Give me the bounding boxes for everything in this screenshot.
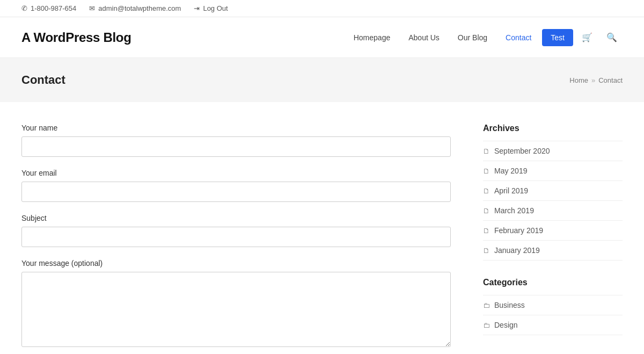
name-field-group: Your name bbox=[21, 124, 451, 157]
nav-about-us[interactable]: About Us bbox=[401, 29, 447, 46]
list-item[interactable]: 🗋 January 2019 bbox=[483, 240, 623, 261]
categories-list: 🗀 Business 🗀 Design bbox=[483, 295, 623, 335]
logout-label[interactable]: Log Out bbox=[203, 4, 228, 12]
list-item[interactable]: 🗋 April 2019 bbox=[483, 180, 623, 200]
file-icon: 🗋 bbox=[483, 187, 490, 195]
email-address: admin@totalwptheme.com bbox=[98, 4, 181, 12]
file-icon: 🗋 bbox=[483, 207, 490, 215]
subject-input[interactable] bbox=[21, 227, 451, 247]
archives-section: Archives 🗋 September 2020 🗋 May 2019 🗋 A… bbox=[483, 124, 623, 261]
archive-item-label: March 2019 bbox=[494, 206, 534, 215]
breadcrumb-separator: » bbox=[591, 76, 595, 84]
message-field-group: Your message (optional) bbox=[21, 259, 451, 349]
phone-number: 1-800-987-654 bbox=[31, 4, 76, 12]
search-icon[interactable]: 🔍 bbox=[601, 28, 623, 47]
archive-item-label: January 2019 bbox=[494, 246, 540, 255]
folder-icon: 🗀 bbox=[483, 321, 490, 329]
folder-icon: 🗀 bbox=[483, 301, 490, 309]
email-item: ✉ admin@totalwptheme.com bbox=[89, 4, 181, 12]
file-icon: 🗋 bbox=[483, 227, 490, 235]
phone-item: ✆ 1-800-987-654 bbox=[21, 4, 76, 12]
list-item[interactable]: 🗋 September 2020 bbox=[483, 141, 623, 161]
logout-icon: ⇥ bbox=[194, 4, 200, 12]
email-icon: ✉ bbox=[89, 4, 95, 12]
category-item-label: Business bbox=[494, 301, 525, 309]
archives-heading: Archives bbox=[483, 124, 623, 133]
main-nav: Homepage About Us Our Blog Contact Test … bbox=[346, 28, 623, 47]
breadcrumb: Home » Contact bbox=[569, 76, 623, 84]
logout-item[interactable]: ⇥ Log Out bbox=[194, 4, 228, 12]
message-label: Your message (optional) bbox=[21, 259, 451, 268]
sidebar: Archives 🗋 September 2020 🗋 May 2019 🗋 A… bbox=[483, 124, 623, 354]
contact-form: Your name Your email Subject Your messag… bbox=[21, 124, 451, 354]
file-icon: 🗋 bbox=[483, 247, 490, 255]
file-icon: 🗋 bbox=[483, 147, 490, 155]
archive-item-label: May 2019 bbox=[494, 167, 527, 175]
message-textarea[interactable] bbox=[21, 272, 451, 347]
archive-item-label: September 2020 bbox=[494, 147, 550, 155]
list-item[interactable]: 🗋 February 2019 bbox=[483, 220, 623, 240]
breadcrumb-current: Contact bbox=[598, 76, 623, 84]
main-container: Your name Your email Subject Your messag… bbox=[0, 102, 644, 354]
archive-item-label: February 2019 bbox=[494, 226, 543, 235]
name-input[interactable] bbox=[21, 136, 451, 157]
list-item[interactable]: 🗀 Business bbox=[483, 295, 623, 315]
file-icon: 🗋 bbox=[483, 167, 490, 175]
name-label: Your name bbox=[21, 124, 451, 132]
nav-test-button[interactable]: Test bbox=[542, 29, 573, 46]
page-hero: Contact Home » Contact bbox=[0, 58, 644, 102]
subject-label: Subject bbox=[21, 214, 451, 222]
list-item[interactable]: 🗀 Design bbox=[483, 315, 623, 335]
list-item[interactable]: 🗋 May 2019 bbox=[483, 161, 623, 180]
nav-contact[interactable]: Contact bbox=[498, 29, 539, 46]
archives-list: 🗋 September 2020 🗋 May 2019 🗋 April 2019… bbox=[483, 141, 623, 261]
breadcrumb-home[interactable]: Home bbox=[569, 76, 588, 84]
nav-our-blog[interactable]: Our Blog bbox=[450, 29, 495, 46]
category-item-label: Design bbox=[494, 321, 518, 329]
email-label: Your email bbox=[21, 169, 451, 177]
nav-homepage[interactable]: Homepage bbox=[346, 29, 398, 46]
list-item[interactable]: 🗋 March 2019 bbox=[483, 200, 623, 220]
site-title[interactable]: A WordPress Blog bbox=[21, 30, 131, 45]
cart-icon[interactable]: 🛒 bbox=[576, 28, 598, 47]
email-input[interactable] bbox=[21, 182, 451, 202]
site-header: A WordPress Blog Homepage About Us Our B… bbox=[0, 17, 644, 58]
phone-icon: ✆ bbox=[21, 4, 27, 12]
top-bar: ✆ 1-800-987-654 ✉ admin@totalwptheme.com… bbox=[0, 0, 644, 17]
categories-heading: Categories bbox=[483, 278, 623, 287]
page-title: Contact bbox=[21, 73, 65, 87]
categories-section: Categories 🗀 Business 🗀 Design bbox=[483, 278, 623, 335]
subject-field-group: Subject bbox=[21, 214, 451, 247]
email-field-group: Your email bbox=[21, 169, 451, 202]
archive-item-label: April 2019 bbox=[494, 186, 528, 195]
